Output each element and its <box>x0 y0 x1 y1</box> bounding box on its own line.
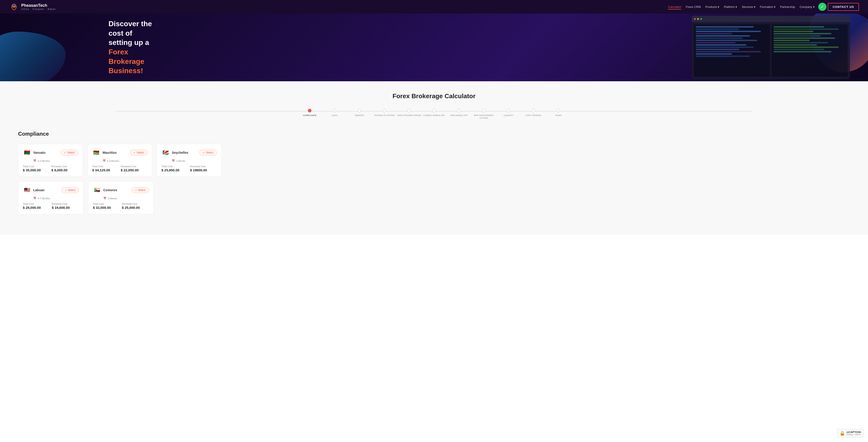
card-header-seychelles: 🇸🇨 Seychelles ✓ Select <box>161 148 217 157</box>
card-mauritius: 🇲🇺 Mauritius ✓ Select 📅 2-3 Months Total… <box>88 144 152 177</box>
renewal-cost-labuan: Renewal Cost $ 19,600.00 <box>52 203 79 209</box>
calendar-icon-labuan: 📅 <box>33 197 36 200</box>
card-comoros: 🇰🇲 Comoros ✓ Select 📅 3 Weeks Total Cost <box>88 181 154 214</box>
renewal-cost-mauritius: Renewal Cost $ 22,050.00 <box>121 165 147 172</box>
step-label-pamm: PAMM <box>555 114 561 117</box>
total-cost-labuan: Total Cost $ 28,000.00 <box>23 203 50 209</box>
select-btn-seychelles[interactable]: ✓ Select <box>199 150 217 156</box>
nav-item-forex-crm[interactable]: Forex CRM <box>686 5 701 9</box>
checkmark-comoros: ✓ <box>135 189 137 192</box>
nav-item-platform[interactable]: Platform ▾ <box>724 5 737 9</box>
card-flag-name-labuan: 🇲🇾 Labuan <box>23 186 44 194</box>
duration-seychelles: 1 Month <box>176 160 185 162</box>
nav-links: Calculator Forex CRM Products ▾ Platform… <box>668 5 814 9</box>
compliance-title: Compliance <box>18 131 850 137</box>
step-dot-copy <box>532 109 535 112</box>
nav-item-services[interactable]: Services ▾ <box>742 5 755 9</box>
nav-link-partnership[interactable]: Partnership <box>780 5 795 8</box>
screen-bar <box>692 16 850 22</box>
screen-content <box>692 22 850 79</box>
step-label-copy: COPY TRADING <box>526 114 541 117</box>
nav-item-company[interactable]: Company ▾ <box>800 5 814 9</box>
calendar-icon-comoros: 📅 <box>103 197 106 200</box>
hero-section: Discover the cost of setting up a Forex … <box>0 13 868 81</box>
select-btn-labuan[interactable]: ✓ Select <box>61 187 79 193</box>
card-header-vanuatu: 🇻🇺 Vanuatu ✓ Select <box>23 148 78 157</box>
step-website[interactable]: WEBSITE <box>347 109 372 117</box>
screen-dot-green <box>700 18 702 20</box>
nav-item-formation[interactable]: Formation ▾ <box>760 5 776 9</box>
svg-point-1 <box>13 6 15 8</box>
step-crm-mobile[interactable]: CRM MOBILE APP <box>446 109 471 117</box>
calendar-icon-seychelles: 📅 <box>172 159 175 162</box>
card-costs-comoros: Total Cost $ 32,000.00 Renewal Cost $ 25… <box>93 203 149 209</box>
nav-link-company[interactable]: Company ▾ <box>800 5 814 8</box>
card-flag-name-vanuatu: 🇻🇺 Vanuatu <box>23 148 45 157</box>
hero-text: Discover the cost of setting up a Forex … <box>0 19 158 76</box>
nav-link-forex-crm[interactable]: Forex CRM <box>686 5 701 8</box>
card-duration-labuan: 📅 4-7 Months <box>33 197 79 200</box>
flag-mauritius: 🇲🇺 <box>92 148 100 157</box>
step-dot-compliance <box>308 109 311 112</box>
step-logo[interactable]: LOGO <box>322 109 347 117</box>
brand-name: PheasanTech <box>21 3 56 8</box>
checkmark-labuan: ✓ <box>65 189 67 192</box>
nav-link-services[interactable]: Services ▾ <box>742 5 755 8</box>
select-btn-comoros[interactable]: ✓ Select <box>131 187 149 193</box>
card-costs-labuan: Total Cost $ 28,000.00 Renewal Cost $ 19… <box>23 203 79 209</box>
card-flag-name-comoros: 🇰🇲 Comoros <box>93 186 117 194</box>
step-dot-crm <box>407 109 411 112</box>
step-cabinet[interactable]: CABINET MOBILE APP <box>422 109 446 117</box>
step-dot-risk <box>482 109 486 112</box>
nav-link-formation[interactable]: Formation ▾ <box>760 5 776 8</box>
flag-seychelles: 🇸🇨 <box>161 148 169 157</box>
nav-link-calculator[interactable]: Calculator <box>668 5 681 9</box>
card-duration-mauritius: 📅 2-3 Months <box>103 159 148 162</box>
step-pamm[interactable]: PAMM <box>546 109 571 117</box>
logo-icon <box>9 2 19 12</box>
step-dot-liquidity <box>507 109 510 112</box>
card-flag-name-mauritius: 🇲🇺 Mauritius <box>92 148 117 157</box>
card-duration-seychelles: 📅 1 Month <box>172 159 217 162</box>
step-copy[interactable]: COPY TRADING <box>521 109 546 117</box>
country-name-labuan: Labuan <box>33 188 44 192</box>
nav-item-products[interactable]: Products ▾ <box>705 5 719 9</box>
total-cost-vanuatu: Total Cost $ 35,000.00 <box>23 165 50 172</box>
step-label-website: WEBSITE <box>355 114 364 117</box>
compliance-cards-row2: 🇲🇾 Labuan ✓ Select 📅 4-7 Months Total Co… <box>18 181 154 214</box>
step-dot-website <box>358 109 361 112</box>
whatsapp-button[interactable]: ✓ <box>818 3 827 11</box>
country-name-mauritius: Mauritius <box>103 151 117 155</box>
total-cost-mauritius: Total Cost $ 34,125.00 <box>92 165 119 172</box>
step-label-risk: RISK MANAGEMENT SYSTEM <box>471 114 496 120</box>
duration-vanuatu: 3-4 Months <box>37 160 50 162</box>
step-compliance[interactable]: COMPLIANCE <box>297 109 322 117</box>
step-trading[interactable]: TRADING PLATFORM <box>372 109 397 117</box>
checkmark-vanuatu: ✓ <box>64 151 66 154</box>
logo-area[interactable]: PheasanTech Influx · Conquer · Adept <box>9 2 56 12</box>
duration-comoros: 3 Weeks <box>107 197 117 200</box>
nav-item-partnership[interactable]: Partnership <box>780 5 795 9</box>
calendar-icon-mauritius: 📅 <box>103 159 106 162</box>
nav-link-products[interactable]: Products ▾ <box>705 5 719 8</box>
step-crm[interactable]: CRM & TRADER'S ROOM <box>397 109 422 117</box>
select-btn-mauritius[interactable]: ✓ Select <box>130 150 147 156</box>
calculator-title: Forex Brokerage Calculator <box>9 93 859 100</box>
step-risk[interactable]: RISK MANAGEMENT SYSTEM <box>471 109 496 120</box>
nav-link-platform[interactable]: Platform ▾ <box>724 5 737 8</box>
step-label-trading: TRADING PLATFORM <box>374 114 395 117</box>
step-dot-trading <box>382 109 386 112</box>
checkmark-mauritius: ✓ <box>133 151 135 154</box>
hero-accent: Forex Brokerage Business! <box>108 48 144 75</box>
contact-us-button[interactable]: CONTACT US <box>828 3 859 11</box>
whatsapp-icon: ✓ <box>820 4 824 9</box>
renewal-cost-comoros: Renewal Cost $ 25,000.00 <box>122 203 149 209</box>
nav-item-calculator[interactable]: Calculator <box>668 5 681 9</box>
country-name-comoros: Comoros <box>103 188 117 192</box>
step-dot-crm-mobile <box>457 109 461 112</box>
step-liquidity[interactable]: LIQUIDITY <box>496 109 521 117</box>
card-seychelles: 🇸🇨 Seychelles ✓ Select 📅 1 Month Total C… <box>157 144 221 177</box>
select-btn-vanuatu[interactable]: ✓ Select <box>61 150 78 156</box>
card-vanuatu: 🇻🇺 Vanuatu ✓ Select 📅 3-4 Months Total C… <box>18 144 83 177</box>
step-label-crm: CRM & TRADER'S ROOM <box>397 114 421 117</box>
